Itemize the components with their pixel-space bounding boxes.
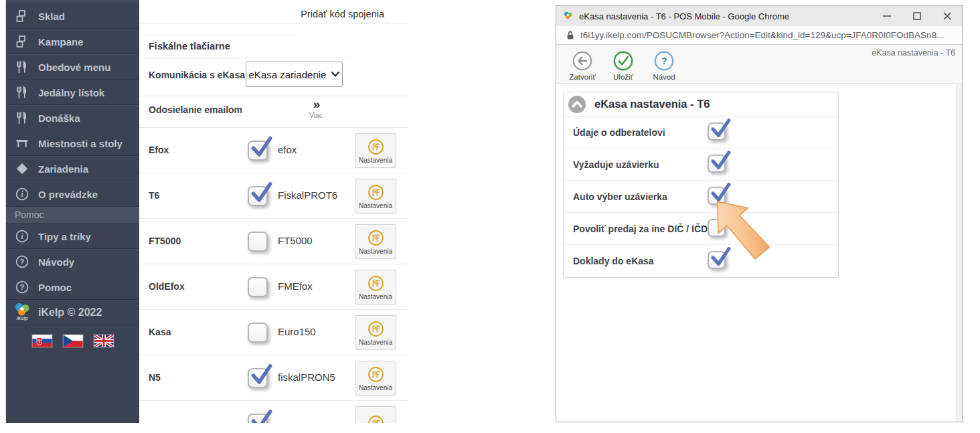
fiscal-printers-panel: Pridať kód spojenia Fiskálne tlačiarne K… xyxy=(139,0,408,423)
section-title: Fiskálne tlačiarne xyxy=(149,41,230,52)
printer-settings-button[interactable]: Nastavenia xyxy=(355,179,396,213)
fiscal-printer-icon xyxy=(367,414,385,423)
sidebar-item[interactable]: i O prevádzke xyxy=(6,181,139,207)
printer-enabled-checkbox[interactable] xyxy=(248,323,268,343)
double-chevron-right-icon: » xyxy=(299,98,333,111)
select-value: eKasa zariadenie xyxy=(249,69,327,80)
toolbar-button[interactable]: Uložiť xyxy=(604,50,643,81)
vertical-scrollbar[interactable] xyxy=(956,84,962,422)
printer-name: T6 xyxy=(149,190,159,201)
settings-button-label: Nastavenia xyxy=(359,293,392,300)
window-titlebar[interactable]: iKelp eKasa nastavenia - T6 - POS Mobile… xyxy=(556,6,962,26)
settings-button-label: Nastavenia xyxy=(359,339,392,346)
setting-checkbox[interactable] xyxy=(708,251,726,269)
sidebar-item[interactable]: i Tipy a triky xyxy=(6,224,139,249)
czech-flag[interactable] xyxy=(63,335,83,347)
printer-driver-label: FT5000 xyxy=(278,235,313,246)
sidebar-item[interactable]: Donáška xyxy=(6,105,139,131)
printer-name: OldEfox xyxy=(149,281,185,292)
printer-list: Efox efox Nastavenia T6 FiskalPROT6 xyxy=(139,128,408,423)
sidebar-item[interactable]: ? Návody xyxy=(6,249,139,274)
close-icon xyxy=(943,12,951,20)
card-title: eKasa nastavenia - T6 xyxy=(594,98,710,110)
printer-enabled-checkbox[interactable] xyxy=(248,368,268,388)
sidebar-item[interactable]: Kampane xyxy=(6,29,139,54)
setting-checkbox[interactable] xyxy=(708,187,726,205)
settings-rows: Údaje o odberatelovi Vyžaduje uzávierku xyxy=(564,116,838,277)
divider xyxy=(139,23,408,23)
setting-checkbox[interactable] xyxy=(708,122,726,141)
printer-name: Kasa xyxy=(149,327,171,337)
setting-checkbox[interactable] xyxy=(708,155,726,173)
sidebar: Sklad Kampane Obedové menu Jedálny lísto… xyxy=(5,0,139,423)
ekasa-device-select[interactable]: eKasa zariadenie xyxy=(246,62,343,87)
printer-driver-label: Euro150 xyxy=(278,326,316,337)
maximize-icon xyxy=(913,12,921,20)
svg-text:i: i xyxy=(21,190,23,198)
setting-row: Údaje o odberatelovi xyxy=(564,116,838,149)
printer-row: T6 FiskalPROT6 Nastavenia xyxy=(139,173,408,219)
sidebar-item[interactable]: Jedálny lístok xyxy=(6,80,139,105)
question-icon: ? xyxy=(15,280,29,294)
check-circle-icon xyxy=(612,50,634,72)
setting-row: Auto výber uzávierka xyxy=(564,181,838,213)
maximize-button[interactable] xyxy=(902,6,932,26)
setting-label: Údaje o odberatelovi xyxy=(573,127,665,138)
question-icon: ? xyxy=(15,254,29,269)
slovak-flag[interactable] xyxy=(32,335,52,347)
sidebar-item[interactable]: Obedové menu xyxy=(6,54,139,80)
printer-row: OldEfox FMEfox Nastavenia xyxy=(139,264,408,310)
fiscal-printer-icon xyxy=(367,320,385,338)
toolbar-button[interactable]: ? Návod xyxy=(645,50,683,81)
printer-enabled-checkbox[interactable] xyxy=(248,186,268,206)
sidebar-item-label: Donáška xyxy=(38,112,80,124)
printer-settings-button[interactable]: Nastavenia xyxy=(355,133,396,168)
add-connection-code-link[interactable]: Pridať kód spojenia xyxy=(301,9,384,19)
printer-driver-label: efox xyxy=(278,144,297,155)
info-icon: i xyxy=(15,229,29,244)
window-title: eKasa nastavenia - T6 - POS Mobile - Goo… xyxy=(579,11,872,21)
printer-driver-label: FiskalPROT6 xyxy=(278,189,337,201)
more-button[interactable]: » Viac xyxy=(299,98,333,119)
printer-row: Efox efox Nastavenia xyxy=(139,128,408,173)
close-button[interactable] xyxy=(932,6,962,26)
boxes-icon xyxy=(15,9,29,23)
printer-settings-button[interactable]: Nastavenia xyxy=(355,270,396,305)
sidebar-item[interactable]: Miestnosti a stoly xyxy=(6,131,139,156)
minimize-button[interactable] xyxy=(872,6,902,26)
setting-label: Povoliť predaj za ine DIČ / IČDPH xyxy=(573,224,721,234)
diamond-icon xyxy=(15,161,29,176)
ikelp-logo-icon: iKelp xyxy=(562,11,574,22)
language-switcher xyxy=(6,335,139,347)
address-bar[interactable]: t6i1yy.ikelp.com/POSUCMBrowser?Action=Ed… xyxy=(556,26,962,45)
sidebar-item[interactable]: Zariadenia xyxy=(6,156,139,181)
fiscal-printer-icon xyxy=(367,229,385,247)
printer-settings-button[interactable]: Nastavenia xyxy=(355,361,396,396)
setting-checkbox[interactable] xyxy=(708,219,726,237)
chrome-popup-window: iKelp eKasa nastavenia - T6 - POS Mobile… xyxy=(556,5,963,422)
printer-enabled-checkbox[interactable] xyxy=(248,277,268,297)
fiscal-printer-icon xyxy=(367,138,385,156)
printer-enabled-checkbox[interactable] xyxy=(248,141,268,161)
svg-text:?: ? xyxy=(19,283,24,291)
printer-enabled-checkbox[interactable] xyxy=(248,414,268,423)
collapse-button[interactable] xyxy=(568,96,586,113)
printer-row: Kasa Euro150 Nastavenia xyxy=(139,310,408,355)
uk-flag[interactable] xyxy=(94,335,114,347)
printer-settings-button[interactable] xyxy=(355,406,396,423)
printer-settings-button[interactable]: Nastavenia xyxy=(355,315,396,350)
setting-label: Auto výber uzávierka xyxy=(573,191,667,202)
printer-enabled-checkbox[interactable] xyxy=(248,232,268,252)
toolbar-button[interactable]: Zatvoriť xyxy=(563,50,602,81)
fiscal-printer-icon xyxy=(367,274,385,292)
fiscal-printer-icon xyxy=(367,365,385,383)
toolbar-button-label: Uložiť xyxy=(613,73,633,81)
settings-button-label: Nastavenia xyxy=(359,384,392,392)
setting-label: Vyžaduje uzávierku xyxy=(573,159,659,170)
sidebar-item[interactable]: ? Pomoc xyxy=(6,274,139,300)
sidebar-item[interactable]: Sklad xyxy=(6,3,139,29)
cutlery-icon xyxy=(15,60,29,74)
cutlery-icon xyxy=(15,110,29,125)
printer-name: FT5000 xyxy=(149,236,181,246)
printer-settings-button[interactable]: Nastavenia xyxy=(355,224,396,259)
